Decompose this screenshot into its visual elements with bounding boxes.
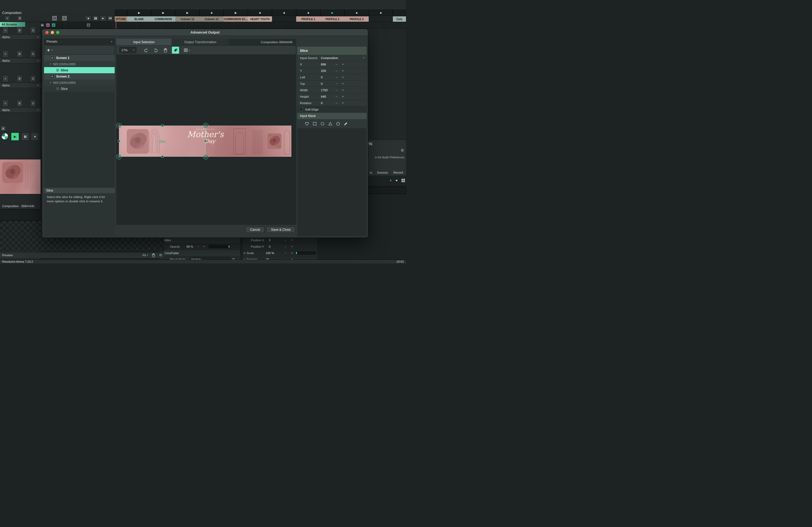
- undo-button[interactable]: [142, 47, 149, 54]
- composition-pause-button[interactable]: [21, 133, 29, 140]
- column-label[interactable]: PROFILE 3: [345, 16, 369, 22]
- y-decrease-button[interactable]: −: [334, 69, 339, 73]
- column-stop-icon[interactable]: ■: [380, 12, 381, 14]
- column-label[interactable]: HEART YOUTH: [248, 16, 272, 22]
- preview-settings-button[interactable]: ⚙: [159, 253, 162, 257]
- composition-stop-button[interactable]: ■: [31, 133, 39, 140]
- column-stop-icon[interactable]: ■: [211, 12, 213, 14]
- slice-selection[interactable]: Slice: [119, 125, 206, 157]
- composition-solo-button[interactable]: S: [62, 16, 67, 21]
- left-value[interactable]: 0: [321, 76, 322, 79]
- slice-canvas-label[interactable]: Slice: [159, 139, 166, 143]
- layer-close-button[interactable]: ×: [2, 100, 8, 107]
- close-window-button[interactable]: [45, 31, 48, 34]
- layer-solo-button[interactable]: S: [30, 50, 36, 57]
- layer-blend-select[interactable]: Alpha▾: [0, 82, 41, 88]
- column-trigger-icon[interactable]: ▶: [162, 12, 164, 14]
- rotation-decrease-button[interactable]: −: [334, 101, 339, 105]
- column-header[interactable]: ■Column 13: [200, 10, 224, 22]
- x-decrease-button[interactable]: −: [334, 62, 339, 66]
- input-source-select[interactable]: Composition: [321, 56, 338, 60]
- left-increase-button[interactable]: +: [340, 75, 345, 79]
- composition-master-button[interactable]: M: [52, 16, 57, 21]
- layer-close-button[interactable]: ×: [2, 27, 8, 34]
- tree-item-slice[interactable]: Slice: [44, 86, 115, 92]
- layer-bypass-button[interactable]: B: [17, 50, 23, 57]
- cancel-button[interactable]: Cancel: [245, 226, 264, 233]
- column-label[interactable]: IPTURE: [115, 16, 127, 22]
- screen-enabled-checkbox[interactable]: [50, 75, 54, 78]
- layer-blend-select[interactable]: Alpha▾: [0, 34, 41, 40]
- soft-edge-checkbox[interactable]: [300, 108, 303, 111]
- scale-increase-button[interactable]: +: [289, 251, 295, 255]
- column-header[interactable]: ■: [272, 10, 296, 22]
- scale-value[interactable]: 100 %: [266, 252, 274, 255]
- column-label[interactable]: [272, 16, 296, 22]
- tree-item-ndi-device[interactable]: ▾ NDI (1920x1080): [44, 61, 115, 67]
- thumbnail-view-button[interactable]: [402, 179, 405, 182]
- height-increase-button[interactable]: +: [340, 95, 345, 99]
- x-value[interactable]: 896: [321, 63, 326, 66]
- layer-target-tag[interactable]: All Screens: [0, 22, 25, 27]
- save-and-close-button[interactable]: Save & Close: [266, 226, 295, 233]
- beat-pie-icon[interactable]: [1, 133, 8, 140]
- handle-middle-right[interactable]: [204, 140, 207, 142]
- scale-slider[interactable]: [295, 252, 316, 255]
- column-header[interactable]: ▶COMMUNION SC...: [224, 10, 248, 22]
- handle-bottom-center[interactable]: [161, 155, 163, 158]
- column-header[interactable]: ■HEART YOUTH: [248, 10, 272, 22]
- transport-pause-button[interactable]: [92, 16, 99, 21]
- layer-video-toggle[interactable]: V: [52, 23, 56, 27]
- layer-close-button[interactable]: ×: [2, 50, 8, 57]
- column-stop-icon[interactable]: ■: [307, 12, 309, 14]
- expand-icon[interactable]: ▶: [243, 252, 246, 254]
- column-trigger-icon[interactable]: ▶: [138, 12, 140, 14]
- layer-blend-select[interactable]: Alpha▾: [0, 107, 41, 113]
- handle-middle-left[interactable]: [118, 140, 120, 142]
- position-y-increase-button[interactable]: +: [289, 245, 295, 249]
- screen-enabled-checkbox[interactable]: [50, 56, 54, 60]
- rotation-value[interactable]: 0: [321, 102, 322, 105]
- layer-master-toggle[interactable]: M: [40, 23, 44, 27]
- height-value[interactable]: 640: [321, 95, 326, 98]
- minimize-window-button[interactable]: [51, 31, 54, 34]
- layer-solo-button[interactable]: S: [30, 100, 36, 107]
- triangle-mask-icon[interactable]: [328, 122, 332, 126]
- add-screen-button[interactable]: +: [47, 47, 50, 52]
- column-header[interactable]: Colu: [393, 10, 406, 22]
- layer-bypass-button[interactable]: B: [17, 75, 23, 82]
- column-label[interactable]: COMMUNION: [151, 16, 175, 22]
- chevron-down-icon[interactable]: ▾: [50, 63, 53, 65]
- composition-play-button[interactable]: ▶: [11, 133, 19, 140]
- y-value[interactable]: 320: [321, 69, 326, 73]
- position-x-increase-button[interactable]: +: [289, 238, 295, 242]
- transport-play-button[interactable]: ▶: [100, 16, 106, 21]
- width-value[interactable]: 1792: [321, 89, 328, 92]
- handle-top-left[interactable]: [116, 123, 122, 128]
- tab-a[interactable]: A: [1, 126, 6, 131]
- column-label[interactable]: PROFILE 2: [320, 16, 345, 22]
- favorites-button[interactable]: ♥: [395, 179, 398, 182]
- top-value[interactable]: 0: [321, 82, 322, 85]
- layer-solo-button[interactable]: S: [30, 27, 36, 34]
- column-play-active-icon[interactable]: ▶: [331, 12, 334, 14]
- tree-item-slice-selected[interactable]: Slice: [44, 67, 115, 73]
- layer-blend-select[interactable]: Alpha▾: [0, 58, 41, 63]
- column-header[interactable]: ■: [369, 10, 393, 22]
- column-header[interactable]: ■PROFILE 3: [345, 10, 369, 22]
- filter-dropdown-button[interactable]: ▼: [389, 179, 392, 182]
- column-trigger-icon[interactable]: ▶: [235, 12, 237, 14]
- zoom-select[interactable]: 17% ▾: [119, 47, 136, 53]
- column-header[interactable]: ▶PROFILE 2: [320, 10, 345, 22]
- fit-select[interactable]: Fit ▾: [143, 254, 148, 257]
- composition-preview-thumbnail[interactable]: [0, 159, 41, 194]
- layer-bypass-button[interactable]: B: [17, 100, 23, 107]
- column-label[interactable]: Column 13: [200, 16, 224, 22]
- composition-close-button[interactable]: ×: [4, 16, 10, 21]
- column-header[interactable]: ▶Column 12: [175, 10, 200, 22]
- composition-bypass-button[interactable]: B: [17, 16, 23, 21]
- redo-button[interactable]: [152, 47, 160, 54]
- audio-settings-button[interactable]: ⚙: [401, 148, 404, 152]
- column-header[interactable]: IPTURE: [115, 10, 127, 22]
- chevron-down-icon[interactable]: ▾: [50, 81, 53, 84]
